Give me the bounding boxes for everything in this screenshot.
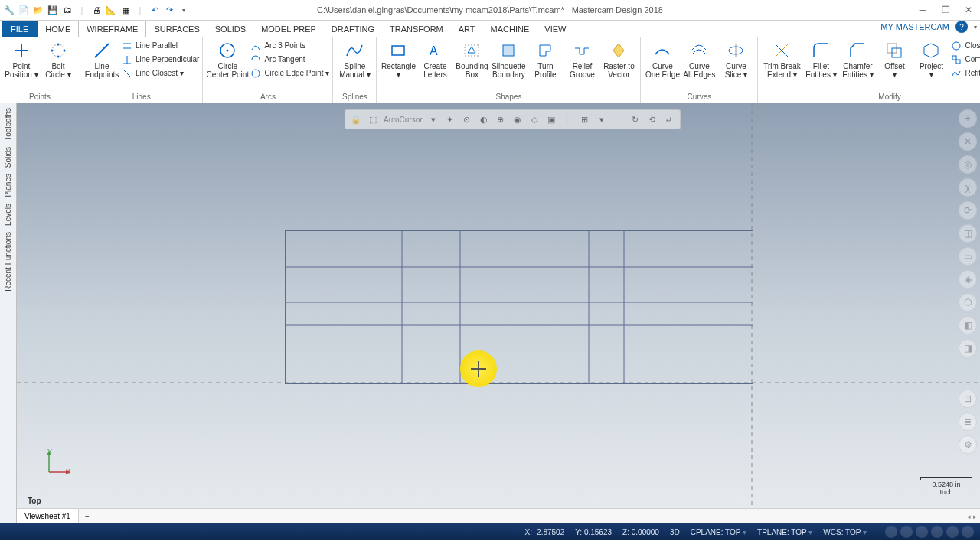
tool-icon[interactable]: ◧ (959, 316, 977, 334)
snap-icon[interactable]: ⊙ (461, 113, 473, 126)
refit-spline-button[interactable]: Refit Spline ▾ (951, 67, 980, 80)
status-cplane[interactable]: CPLANE: TOP ▾ (691, 528, 746, 536)
side-tab-planes[interactable]: Planes (4, 174, 12, 197)
bounding-box-button[interactable]: BoundingBox (453, 39, 490, 79)
spline-manual-button[interactable]: SplineManual ▾ (336, 39, 373, 79)
tab-surfaces[interactable]: SURFACES (146, 21, 207, 37)
tool-icon[interactable]: ⬡ (959, 293, 977, 311)
status-y[interactable]: Y: 0.15623 (575, 528, 612, 536)
tab-transform[interactable]: TRANSFORM (382, 21, 451, 37)
tool-icon[interactable]: ▭ (959, 247, 977, 266)
layers-icon[interactable]: ≣ (959, 412, 977, 431)
point-position-button[interactable]: PointPosition ▾ (3, 39, 40, 79)
circle-center-point-button[interactable]: CircleCenter Point (206, 39, 249, 79)
status-icon[interactable] (962, 526, 974, 538)
tab-wireframe[interactable]: WIREFRAME (78, 21, 146, 37)
save-icon[interactable]: 💾 (47, 4, 59, 16)
status-icon[interactable] (916, 526, 928, 538)
side-tab-solids[interactable]: Solids (4, 147, 12, 168)
autocursor-toolbar[interactable]: 🔒 ⬚ AutoCursor ▾ ✦ ⊙ ◐ ⊕ ◉ ◇ ▣ | ⊞ ▾ | ↻… (345, 109, 681, 129)
relief-groove-button[interactable]: ReliefGroove (564, 39, 600, 79)
snap-icon[interactable]: ⊕ (495, 113, 507, 126)
silhouette-boundary-button[interactable]: SilhouetteBoundary (490, 39, 527, 79)
line-parallel-button[interactable]: Line Parallel (122, 39, 199, 52)
raster-to-vector-button[interactable]: Raster toVector (600, 39, 637, 79)
side-tab-recent[interactable]: Recent Functions (4, 232, 12, 292)
status-x[interactable]: X: -2.87502 (525, 528, 565, 536)
tab-solids[interactable]: SOLIDS (207, 21, 253, 37)
rotate-icon[interactable]: ⟲ (646, 113, 658, 126)
open-icon[interactable]: 📂 (32, 4, 44, 16)
grid-icon[interactable]: ⊞ (579, 113, 591, 126)
help-dropdown-icon[interactable]: ▾ (974, 24, 977, 31)
side-tab-toolpaths[interactable]: Toolpaths (4, 108, 12, 141)
status-icon[interactable] (931, 526, 943, 538)
tab-view[interactable]: VIEW (537, 21, 573, 37)
tab-drafting[interactable]: DRAFTING (324, 21, 382, 37)
close-button[interactable]: ✕ (957, 0, 980, 21)
snap-icon[interactable]: ◇ (528, 113, 541, 126)
dim-icon[interactable]: 📐 (105, 4, 117, 16)
curve-slice-button[interactable]: CurveSlice ▾ (717, 39, 754, 79)
circle-edge-point-button[interactable]: Circle Edge Point ▾ (250, 67, 329, 80)
rectangle-button[interactable]: Rectangle▾ (380, 39, 416, 79)
viewport[interactable]: Toolpaths Solids Planes Levels Recent Fu… (0, 103, 980, 523)
status-z[interactable]: Z: 0.00000 (622, 528, 659, 536)
print-icon[interactable]: 🖨 (90, 4, 103, 16)
line-perpendicular-button[interactable]: Line Perpendicular (122, 53, 199, 66)
create-letters-button[interactable]: ACreateLetters (416, 39, 453, 79)
cursor-icon[interactable]: ⬚ (367, 113, 379, 126)
add-viewsheet-button[interactable]: + (79, 512, 96, 520)
tool-icon[interactable]: ◈ (959, 270, 977, 289)
cube-icon[interactable]: ◫ (959, 224, 977, 243)
dropdown-icon[interactable]: ▾ (178, 4, 190, 16)
status-icon[interactable] (885, 526, 897, 538)
arc-tangent-button[interactable]: Arc Tangent (250, 53, 329, 66)
bolt-circle-button[interactable]: BoltCircle ▾ (40, 39, 77, 79)
side-tab-levels[interactable]: Levels (4, 204, 12, 226)
layers-icon[interactable]: ▦ (119, 4, 132, 16)
snap-icon[interactable]: ▣ (545, 113, 557, 126)
snap-icon[interactable]: ◉ (511, 113, 524, 126)
arc-3-points-button[interactable]: Arc 3 Points (250, 39, 329, 52)
combine-views-button[interactable]: Combine Views (951, 53, 980, 66)
gear-icon[interactable]: ⚙ (959, 435, 977, 454)
redo-icon[interactable]: ↷ (163, 4, 175, 16)
close-arc-button[interactable]: Close Arc ▾ (951, 39, 980, 52)
snap-icon[interactable]: ✦ (444, 113, 456, 126)
tool-icon[interactable]: ⊡ (959, 390, 977, 408)
maximize-button[interactable]: ❐ (934, 0, 957, 21)
status-3d[interactable]: 3D (670, 528, 680, 536)
orbit-icon[interactable]: ⟳ (959, 201, 977, 220)
chi-icon[interactable]: χ (959, 178, 977, 197)
my-mastercam[interactable]: MY MASTERCAM ? ▾ (880, 21, 977, 33)
file-tab[interactable]: FILE (2, 21, 38, 37)
status-icon[interactable] (946, 526, 959, 538)
lock-icon[interactable]: 🔒 (350, 113, 362, 126)
line-closest-button[interactable]: Line Closest ▾ (122, 67, 199, 80)
tab-machine[interactable]: MACHINE (483, 21, 537, 37)
fillet-entities-button[interactable]: FilletEntities ▾ (802, 39, 839, 79)
offset-button[interactable]: Offset▾ (876, 39, 913, 79)
project-button[interactable]: Project▾ (913, 39, 949, 79)
rotate-icon[interactable]: ⤾ (663, 113, 675, 126)
viewsheet-tab[interactable]: Viewsheet #1 (17, 509, 79, 523)
rotate-icon[interactable]: ↻ (629, 113, 642, 126)
new-icon[interactable]: 📄 (18, 4, 30, 16)
tab-art[interactable]: ART (451, 21, 483, 37)
tab-home[interactable]: HOME (38, 21, 78, 37)
undo-icon[interactable]: ↶ (149, 4, 161, 16)
curve-all-edges-button[interactable]: CurveAll Edges (681, 39, 717, 79)
line-endpoints-button[interactable]: LineEndpoints (83, 39, 120, 79)
close-icon[interactable]: ✕ (959, 132, 977, 151)
curve-one-edge-button[interactable]: CurveOne Edge (644, 39, 681, 79)
snap-icon[interactable]: ◐ (478, 113, 490, 126)
target-icon[interactable]: ◎ (959, 155, 977, 174)
status-icon[interactable] (900, 526, 913, 538)
turn-profile-button[interactable]: TurnProfile (527, 39, 564, 79)
status-wcs[interactable]: WCS: TOP ▾ (823, 528, 867, 536)
trim-break-extend-button[interactable]: Trim BreakExtend ▾ (761, 39, 802, 79)
viewsheet-nav[interactable]: ◂ ▸ (967, 513, 977, 520)
status-tplane[interactable]: TPLANE: TOP ▾ (757, 528, 812, 536)
tool-icon[interactable]: ◨ (959, 339, 977, 357)
